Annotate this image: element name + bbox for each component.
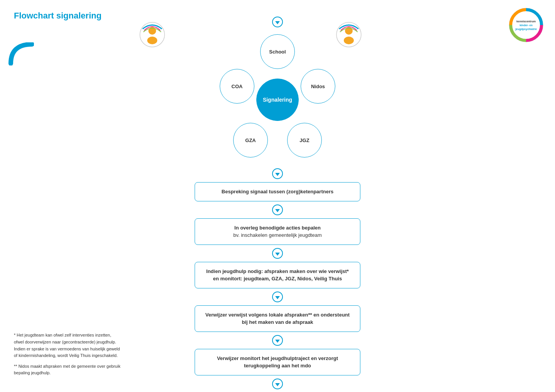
flow-box-2: In overleg benodigde acties bepalen bv. …: [195, 218, 360, 245]
circle-cluster: School COA Nidos Signalering GZA JGZ: [212, 34, 343, 165]
flow-box-4: Verwijzer verwijst volgens lokale afspra…: [195, 305, 360, 332]
header-prefix: Flowchart: [14, 11, 56, 20]
arrow-6: [272, 375, 283, 392]
flow-box-1: Bespreking signaal tussen (zorg)ketenpar…: [195, 182, 360, 201]
circle-gza: GZA: [233, 123, 268, 157]
arrow-2: [272, 201, 283, 218]
blue-arc-decoration: [7, 42, 34, 65]
flowchart-container: School COA Nidos Signalering GZA JGZ: [193, 12, 362, 392]
svg-marker-19: [275, 296, 280, 299]
circle-center-signalering: Signalering: [256, 79, 299, 121]
svg-marker-11: [275, 21, 280, 24]
arrow-5: [272, 332, 283, 349]
svg-text:jeugdpsychiatrie: jeugdpsychiatrie: [515, 28, 537, 31]
person-icon-left: [139, 21, 166, 48]
svg-marker-21: [275, 340, 280, 343]
arrow-3: [272, 245, 283, 262]
footnote-2-marker: **: [14, 364, 18, 369]
circle-school: School: [260, 34, 295, 69]
flow-box-5: Verwijzer monitort het jeugdhulptraject …: [195, 349, 360, 375]
svg-point-2: [147, 37, 157, 44]
svg-marker-15: [275, 209, 280, 212]
flow-box-3: Indien jeugdhulp nodig: afspraken maken …: [195, 262, 360, 288]
svg-marker-17: [275, 253, 280, 256]
svg-marker-13: [275, 173, 280, 176]
arrow-4: [272, 288, 283, 305]
svg-marker-23: [275, 383, 280, 386]
svg-text:kenniscentrum: kenniscentrum: [516, 20, 536, 23]
logo: kenniscentrum kinder- en jeugdpsychiatri…: [509, 8, 543, 42]
header-highlight: signalering: [56, 11, 101, 20]
page-header: Flowchart signalering: [14, 11, 101, 21]
arrow-1: [272, 165, 283, 182]
circle-jgz: JGZ: [287, 123, 322, 157]
footnotes: * Het jeugdteam kan ofwel zelf intervent…: [14, 332, 122, 380]
circle-nidos: Nidos: [301, 69, 335, 104]
footnote-1: * Het jeugdteam kan ofwel zelf intervent…: [14, 332, 122, 359]
svg-text:kinder- en: kinder- en: [520, 24, 532, 27]
circle-coa: COA: [220, 69, 254, 104]
footnote-2: ** Nidos maakt afspraken met de gemeente…: [14, 363, 122, 377]
arrow-top: [272, 13, 283, 30]
